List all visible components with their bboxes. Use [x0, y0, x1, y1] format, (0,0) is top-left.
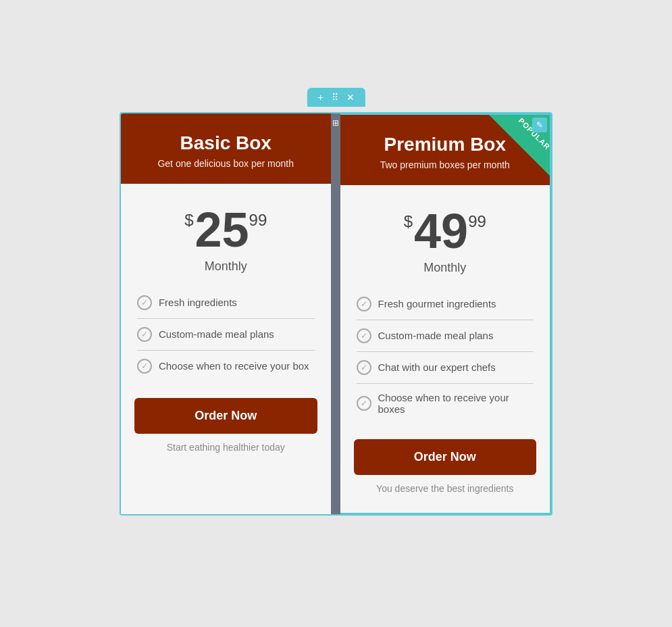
- basic-price-cents: 99: [249, 212, 267, 228]
- check-icon-p4: ✓: [357, 396, 371, 411]
- premium-feature-3-text: Chat with our expert chefs: [378, 361, 496, 373]
- basic-price-main: 25: [195, 205, 249, 254]
- premium-price-section: $ 49 99 Monthly: [390, 185, 500, 289]
- premium-order-button[interactable]: Order Now: [354, 439, 537, 475]
- basic-order-button[interactable]: Order Now: [134, 398, 317, 434]
- check-icon-p1: ✓: [357, 297, 371, 311]
- premium-feature-1-text: Fresh gourmet ingredients: [378, 298, 496, 309]
- page-wrapper: + ⠿ ✕ Basic Box Get one delicious box pe…: [120, 112, 552, 516]
- basic-header: Basic Box Get one delicious box per mont…: [121, 114, 331, 184]
- premium-header: Premium Box Two premium boxes per month …: [340, 115, 550, 185]
- premium-tagline: You deserve the best ingredients: [363, 483, 527, 513]
- edit-button[interactable]: ✎: [532, 118, 547, 132]
- premium-price-cents: 99: [468, 214, 486, 230]
- check-icon-1: ✓: [137, 295, 152, 310]
- grid-button[interactable]: ⠿: [328, 91, 342, 103]
- basic-feature-1-text: Fresh ingredients: [159, 297, 237, 308]
- divider-icon: ⊞: [332, 119, 339, 127]
- close-button[interactable]: ✕: [342, 91, 359, 103]
- basic-price-period: Monthly: [184, 259, 267, 274]
- basic-card: Basic Box Get one delicious box per mont…: [121, 114, 331, 514]
- basic-feature-2: ✓ Custom-made meal plans: [137, 319, 315, 351]
- column-divider[interactable]: ⊞: [331, 114, 340, 514]
- premium-feature-4: ✓ Choose when to receive your boxes: [357, 384, 534, 423]
- basic-features-list: ✓ Fresh ingredients ✓ Custom-made meal p…: [121, 287, 331, 382]
- premium-card: ✎ Premium Box Two premium boxes per mont…: [340, 114, 552, 514]
- basic-title: Basic Box: [134, 132, 317, 154]
- premium-price-period: Monthly: [404, 261, 486, 275]
- basic-feature-3: ✓ Choose when to receive your box: [137, 351, 315, 382]
- basic-price-display: $ 25 99: [184, 205, 267, 254]
- check-icon-3: ✓: [137, 359, 152, 374]
- basic-price-section: $ 25 99 Monthly: [171, 184, 280, 287]
- premium-price-main: 49: [414, 207, 468, 255]
- check-icon-2: ✓: [137, 327, 152, 342]
- premium-feature-2-text: Custom-made meal plans: [378, 330, 494, 341]
- pricing-container: Basic Box Get one delicious box per mont…: [120, 112, 552, 516]
- premium-feature-1: ✓ Fresh gourmet ingredients: [357, 289, 534, 320]
- check-icon-p3: ✓: [357, 360, 371, 375]
- premium-feature-2: ✓ Custom-made meal plans: [357, 320, 534, 352]
- basic-subtitle: Get one delicious box per month: [134, 158, 317, 169]
- add-button[interactable]: +: [313, 91, 327, 103]
- premium-feature-4-text: Choose when to receive your boxes: [378, 392, 534, 415]
- basic-tagline: Start eathing healthier today: [153, 442, 299, 472]
- premium-feature-3: ✓ Chat with our expert chefs: [357, 352, 534, 384]
- premium-price-display: $ 49 99: [404, 207, 486, 255]
- basic-feature-1: ✓ Fresh ingredients: [137, 287, 315, 319]
- basic-feature-2-text: Custom-made meal plans: [159, 328, 274, 340]
- check-icon-p2: ✓: [357, 328, 371, 343]
- basic-dollar: $: [184, 212, 193, 228]
- basic-feature-3-text: Choose when to receive your box: [159, 360, 309, 372]
- premium-features-list: ✓ Fresh gourmet ingredients ✓ Custom-mad…: [340, 289, 550, 423]
- premium-dollar: $: [404, 214, 413, 230]
- top-toolbar: + ⠿ ✕: [307, 88, 365, 107]
